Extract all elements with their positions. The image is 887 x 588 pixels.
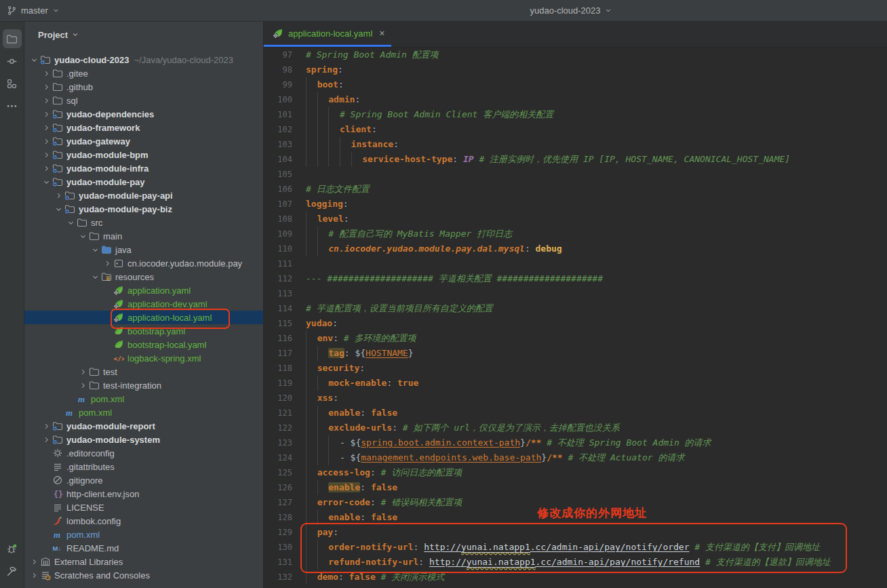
code-line-text[interactable]: enable: false bbox=[292, 510, 397, 525]
line-number[interactable]: 128 bbox=[264, 510, 292, 525]
chevron-icon[interactable] bbox=[77, 380, 88, 391]
tree-item-external-libraries[interactable]: External Libraries bbox=[24, 555, 263, 568]
line-number[interactable]: 120 bbox=[264, 391, 292, 406]
line-number[interactable]: 101 bbox=[264, 107, 292, 122]
tree-item-application-yaml[interactable]: application.yaml bbox=[24, 283, 263, 297]
tree-item-gitattributes[interactable]: .gitattributes bbox=[24, 460, 263, 473]
tree-item-bootstrap-yaml[interactable]: bootstrap.yaml bbox=[24, 324, 263, 338]
code-line-text[interactable]: admin: bbox=[292, 92, 360, 107]
chevron-icon[interactable] bbox=[41, 136, 52, 146]
line-number[interactable]: 118 bbox=[264, 361, 292, 376]
tree-item-license[interactable]: LICENSE bbox=[24, 501, 263, 514]
tree-item-java[interactable]: java bbox=[24, 243, 263, 256]
chevron-icon[interactable] bbox=[90, 244, 100, 255]
line-number[interactable]: 132 bbox=[264, 570, 292, 585]
tree-item-pom-xml[interactable]: mpom.xml bbox=[24, 406, 263, 419]
code-line-text[interactable]: --- #################### 芋道相关配置 ########… bbox=[292, 271, 603, 286]
close-icon[interactable]: × bbox=[379, 28, 385, 39]
chevron-icon[interactable] bbox=[41, 434, 52, 445]
line-number[interactable]: 115 bbox=[264, 316, 292, 331]
code-line-text[interactable]: order-notify-url: http://yunai.natapp1.c… bbox=[292, 540, 820, 555]
chevron-icon[interactable] bbox=[28, 556, 39, 567]
line-number[interactable]: 106 bbox=[264, 182, 292, 197]
tree-item-yudao-module-pay[interactable]: yudao-module-pay bbox=[24, 175, 263, 189]
line-number[interactable]: 121 bbox=[264, 406, 292, 420]
line-number[interactable]: 104 bbox=[264, 152, 292, 167]
tree-item-yudao-cloud-2023[interactable]: yudao-cloud-2023~/Java/yudao-cloud-2023 bbox=[24, 53, 263, 66]
tree-item-logback-spring-xml[interactable]: </>logback-spring.xml bbox=[24, 351, 263, 365]
chevron-icon[interactable] bbox=[41, 109, 52, 119]
tree-item-yudao-dependencies[interactable]: yudao-dependencies bbox=[24, 107, 263, 121]
tree-item-sql[interactable]: sql bbox=[24, 94, 263, 107]
line-number[interactable]: 100 bbox=[264, 92, 292, 107]
code-line-text[interactable]: demo: false # 关闭演示模式 bbox=[292, 570, 444, 585]
tree-item-editorconfig[interactable]: .editorconfig bbox=[24, 446, 263, 460]
code-line-text[interactable]: logging: bbox=[292, 197, 349, 212]
tree-item-src[interactable]: src bbox=[24, 216, 263, 229]
line-number[interactable]: 109 bbox=[264, 227, 292, 241]
chevron-icon[interactable] bbox=[53, 190, 64, 201]
tree-item-yudao-module-report[interactable]: yudao-module-report bbox=[24, 419, 263, 433]
chevron-icon[interactable] bbox=[41, 81, 52, 92]
code-line-text[interactable]: pay: bbox=[292, 525, 338, 540]
tree-item-yudao-gateway[interactable]: yudao-gateway bbox=[24, 134, 263, 148]
tree-item-yudao-framework[interactable]: yudao-framework bbox=[24, 121, 263, 134]
code-line-text[interactable]: # 日志文件配置 bbox=[292, 182, 370, 197]
code-line-text[interactable]: enable: false bbox=[292, 480, 397, 495]
chevron-icon[interactable] bbox=[41, 163, 52, 174]
project-title-widget[interactable]: yudao-cloud-2023 bbox=[530, 5, 612, 16]
git-branch-widget[interactable]: master bbox=[0, 5, 66, 16]
tree-item-test[interactable]: test bbox=[24, 365, 263, 378]
line-number[interactable]: 124 bbox=[264, 450, 292, 465]
code-line-text[interactable]: # Spring Boot Admin Client 客户端的相关配置 bbox=[292, 107, 553, 122]
chevron-icon[interactable] bbox=[41, 149, 52, 160]
line-number[interactable]: 113 bbox=[264, 286, 292, 301]
code-line-text[interactable]: spring: bbox=[292, 62, 343, 77]
line-number[interactable]: 119 bbox=[264, 376, 292, 391]
code-line-text[interactable]: mock-enable: true bbox=[292, 376, 418, 391]
chevron-icon[interactable] bbox=[102, 258, 113, 269]
chevron-icon[interactable] bbox=[77, 366, 88, 377]
line-number[interactable]: 126 bbox=[264, 480, 292, 495]
code-line-text[interactable] bbox=[292, 256, 306, 271]
code-line-text[interactable] bbox=[292, 167, 306, 182]
code-line-text[interactable]: refund-notify-url: http://yunai.natapp1.… bbox=[292, 555, 831, 570]
line-number[interactable]: 117 bbox=[264, 346, 292, 361]
tree-item-application-dev-yaml[interactable]: application-dev.yaml bbox=[24, 297, 263, 311]
line-number[interactable]: 108 bbox=[264, 212, 292, 227]
code-line-text[interactable]: xss: bbox=[292, 391, 338, 406]
tree-item-application-local-yaml[interactable]: application-local.yaml bbox=[24, 311, 263, 324]
line-number[interactable]: 99 bbox=[264, 77, 292, 92]
tree-item-pom-xml[interactable]: mpom.xml bbox=[24, 528, 263, 541]
code-line-text[interactable]: error-code: # 错误码相关配置项 bbox=[292, 495, 462, 510]
code-line-text[interactable]: cn.iocoder.yudao.module.pay.dal.mysql: d… bbox=[292, 241, 562, 256]
code-line-text[interactable]: access-log: # 访问日志的配置项 bbox=[292, 465, 462, 480]
line-number[interactable]: 116 bbox=[264, 331, 292, 346]
line-number[interactable]: 105 bbox=[264, 167, 292, 182]
tree-item-pom-xml[interactable]: mpom.xml bbox=[24, 392, 263, 406]
code-line-text[interactable]: # Spring Boot Admin 配置项 bbox=[292, 47, 439, 62]
tree-item-lombok-config[interactable]: lombok.config bbox=[24, 514, 263, 528]
tree-item-resources[interactable]: resources bbox=[24, 270, 263, 283]
tree-item-http-client-env-json[interactable]: {}http-client.env.json bbox=[24, 487, 263, 501]
code-line-text[interactable]: # 配置自己写的 MyBatis Mapper 打印日志 bbox=[292, 227, 512, 241]
line-number[interactable]: 103 bbox=[264, 137, 292, 152]
project-tool-button[interactable] bbox=[3, 29, 22, 48]
chevron-icon[interactable] bbox=[41, 176, 52, 187]
chevron-icon[interactable] bbox=[90, 271, 100, 282]
more-tools-button[interactable] bbox=[3, 96, 22, 115]
line-number[interactable]: 114 bbox=[264, 301, 292, 316]
tree-item-gitee[interactable]: .gitee bbox=[24, 66, 263, 80]
chevron-icon[interactable] bbox=[77, 231, 88, 241]
tree-item-yudao-module-bpm[interactable]: yudao-module-bpm bbox=[24, 148, 263, 161]
tree-item-cn-iocoder-yudao-module-pay[interactable]: cn.iocoder.yudao.module.pay bbox=[24, 256, 263, 270]
commit-tool-button[interactable] bbox=[3, 52, 22, 71]
code-line-text[interactable]: level: bbox=[292, 212, 349, 227]
chevron-icon[interactable] bbox=[28, 54, 39, 65]
chevron-icon[interactable] bbox=[41, 95, 52, 106]
line-number[interactable]: 123 bbox=[264, 435, 292, 450]
tree-item-yudao-module-pay-api[interactable]: yudao-module-pay-api bbox=[24, 189, 263, 202]
code-line-text[interactable]: enable: false bbox=[292, 406, 397, 420]
line-number[interactable]: 127 bbox=[264, 495, 292, 510]
tree-item-yudao-module-infra[interactable]: yudao-module-infra bbox=[24, 161, 263, 175]
